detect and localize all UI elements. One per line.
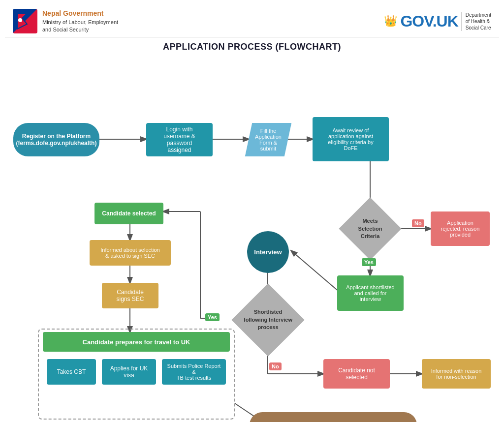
candidate-selected-node: Candidate selected (94, 203, 163, 224)
ministry-line2: and Social Security (42, 26, 118, 33)
header: Nepal Government Ministry of Labour, Emp… (5, 5, 499, 38)
yes-label-criteria: Yes (362, 258, 376, 266)
informed-non-selection-node: Informed with reason for non-selection (422, 359, 491, 389)
prepares-travel-node: Candidate prepares for travel to UK (43, 332, 230, 352)
page-title: APPLICATION PROCESS (FLOWCHART) (5, 42, 499, 52)
informed-sign-sec-node: Informed about selection & asked to sign… (90, 240, 171, 266)
page-container: Nepal Government Ministry of Labour, Emp… (0, 0, 504, 422)
submits-police-node: Submits Police Report & TB test results (162, 359, 226, 385)
header-text: Nepal Government Ministry of Labour, Emp… (42, 9, 118, 33)
applies-uk-visa-node: Applies for UK visa (102, 359, 156, 385)
await-review-node: Await review of application against elig… (313, 117, 389, 161)
flowchart: Register on the Platform (ferms.dofe.gov… (8, 59, 496, 418)
interview-node: Interview (247, 231, 289, 273)
header-right: 👑 GOV.UK Department of Health & Social C… (384, 12, 491, 31)
takes-cbt-node: Takes CBT (47, 359, 96, 385)
candidate-not-selected-node: Candidate not selected (323, 359, 390, 389)
header-left: Nepal Government Ministry of Labour, Emp… (13, 9, 118, 33)
nepal-logo (13, 9, 37, 33)
candidate-signs-sec-node: Candidate signs SEC (102, 283, 158, 308)
login-node: Login with username & password assigned (146, 123, 213, 156)
shortlisted-node: Applicant shortlisted and called for int… (337, 275, 404, 311)
no-label-criteria: No (412, 219, 424, 227)
meets-criteria-label: Meets Selection Criteria (358, 217, 382, 241)
govuk-text: GOV.UK (400, 12, 458, 30)
crown-icon: 👑 (384, 15, 397, 28)
placement-node: Placement in UK NHS hospitals (250, 412, 417, 422)
shortlisted-interview-label: Shortlisted following Interview process (244, 308, 292, 332)
yes-label-interview: Yes (205, 313, 220, 321)
no-label-interview: No (269, 362, 282, 370)
fill-form-node: Fill the Application Form & submit (245, 123, 291, 156)
application-rejected-node: Application rejected; reason provided (431, 211, 490, 246)
register-node: Register on the Platform (ferms.dofe.gov… (13, 123, 99, 156)
svg-line-8 (291, 251, 343, 295)
govuk-logo: 👑 GOV.UK Department of Health & Social C… (384, 12, 491, 31)
nepal-govt-title: Nepal Government (42, 9, 118, 19)
ministry-line1: Ministry of Labour, Employment (42, 19, 118, 26)
shortlisted-interview-node: Shortlisted following Interview process (232, 293, 304, 347)
svg-point-1 (18, 18, 22, 22)
meets-criteria-node: Meets Selection Criteria (346, 204, 395, 253)
dept-text: Department of Health & Social Care (461, 12, 491, 31)
